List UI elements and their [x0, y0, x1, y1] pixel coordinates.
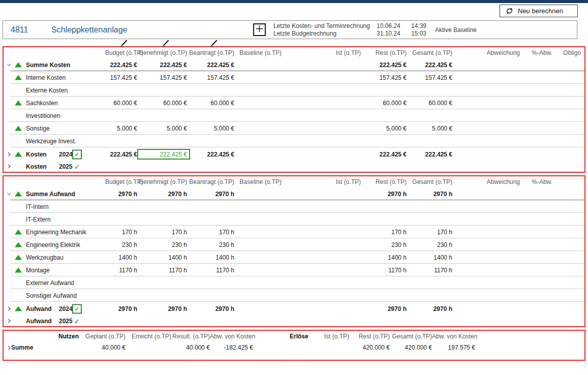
row-label: Sonstiger Aufwand — [26, 292, 77, 299]
chevron-right-icon[interactable] — [6, 163, 12, 170]
genehmigt-cell: 1170 h — [137, 267, 187, 274]
calc-info-labels: Letzte Kosten- und Terminrechnung Letzte… — [273, 22, 370, 38]
row-label-cell: Engineering Elektrik — [4, 238, 105, 251]
column-header-obligo: Obligo — [552, 49, 581, 56]
top-navy-bar — [0, 0, 588, 3]
last-cost-calc-label: Letzte Kosten- und Terminrechnung — [273, 22, 370, 30]
table-row: Kosten2024✓222.425 €222.425 €222.425 €22… — [4, 147, 584, 161]
aufwand-table: Budget (o.TP)Genehmigt (o.TP)Beantragt (… — [3, 175, 585, 327]
gesamt-cell: 170 h — [407, 229, 452, 236]
budget-cell: 222.425 € — [105, 151, 137, 158]
table-row: Investitionen — [4, 109, 584, 122]
genehmigt-value-input[interactable]: 222.425 € — [137, 149, 190, 160]
column-header-rest: Rest (o.TP) — [361, 49, 407, 56]
column-header-genehmigt: Genehmigt (o.TP) — [137, 49, 187, 56]
column-header-ist: Ist (o.TP) — [323, 333, 349, 340]
budget-cell: 60.000 € — [105, 100, 137, 107]
chevron-right-icon[interactable] — [6, 305, 12, 312]
column-header-gesamt: Gesamt (o.TP) — [390, 333, 432, 340]
expand-details-button[interactable] — [253, 23, 266, 36]
rest-cell: 170 h — [361, 229, 407, 236]
table-row: Externer Aufwand — [4, 276, 584, 289]
budget-cell: 170 h — [105, 229, 137, 236]
pen-icon[interactable] — [210, 40, 219, 47]
green-triangle-up-icon — [15, 62, 22, 67]
page: Neu berechnen 4811 Schleppkettenanlage L… — [0, 0, 588, 375]
row-label: Aufwand — [26, 318, 52, 325]
row-label: Summe — [11, 344, 33, 351]
chevron-down-icon[interactable] — [6, 61, 12, 68]
chevron-right-icon[interactable] — [6, 318, 12, 324]
abw-von-kosten-cell: -182.425 € — [210, 344, 253, 351]
project-header: 4811 Schleppkettenanlage Letzte Kosten- … — [3, 20, 577, 39]
table-row: Interne Kosten157.425 €157.425 €157.425 … — [4, 71, 584, 84]
row-label-cell: Interne Kosten — [4, 71, 105, 84]
year-checkbox[interactable]: ✓ — [72, 304, 82, 314]
column-header-baseline: Baseline (o.TP) — [234, 178, 282, 185]
genehmigt-cell: 1400 h — [137, 254, 187, 261]
row-label-cell: Engineering Mechanik — [4, 226, 105, 238]
pen-icon[interactable] — [162, 40, 170, 47]
beantragt-cell: 2970 h — [187, 305, 234, 312]
green-triangle-up-icon — [15, 191, 22, 196]
rest-cell: 1170 h — [361, 267, 407, 274]
table-row: Montage1170 h1170 h1170 h1170 h1170 h — [4, 264, 584, 276]
budget-cell: 1400 h — [105, 254, 137, 261]
column-header-erloese: Erlöse — [253, 333, 323, 340]
gesamt-cell: 222.425 € — [407, 61, 452, 69]
row-label-cell: Montage — [4, 264, 105, 276]
row-label-cell: Kosten2025✓ — [4, 161, 105, 172]
row-label-cell: Kosten2024✓ — [4, 147, 105, 161]
budget-cell: 157.425 € — [105, 74, 137, 81]
budget-cell: 230 h — [105, 241, 137, 248]
row-label-cell: Sachkosten — [4, 97, 105, 109]
plus-icon — [255, 24, 264, 36]
table-row: Aufwand2024✓2970 h2970 h2970 h2970 h2970… — [4, 302, 584, 316]
row-label: Sonstige — [26, 125, 50, 132]
table-row: Summe Kosten222.425 €222.425 €222.425 €2… — [4, 58, 584, 71]
column-header-ist: Ist (o.TP) — [282, 178, 361, 185]
green-triangle-up-icon — [15, 229, 22, 234]
row-label: Werkzeugbau — [26, 254, 64, 261]
last-budget-calc-time: 15:03 — [411, 30, 426, 38]
abw-von-kosten-2-cell: 197.575 € — [432, 344, 475, 351]
row-label-cell: Summe Aufwand — [4, 188, 105, 200]
gesamt-cell: 1170 h — [407, 267, 452, 274]
year-checkmark-icon[interactable]: ✓ — [74, 317, 80, 325]
column-header-ist: Ist (o.TP) — [282, 49, 361, 56]
table-header-row: Budget (o.TP)Genehmigt (o.TP)Beantragt (… — [4, 176, 584, 188]
column-header-rest: Rest (o.TP) — [349, 333, 390, 340]
last-budget-calc-date: 31.10.24 — [377, 30, 400, 38]
genehmigt-cell: 2970 h — [137, 191, 187, 198]
column-header-abweichung: Abweichung — [452, 178, 520, 185]
gesamt-cell: 5.000 € — [407, 125, 452, 132]
rest-cell: 222.425 € — [361, 61, 407, 69]
pen-icon[interactable] — [120, 40, 129, 47]
row-label-cell: Sonstige — [4, 122, 105, 135]
table-row: Sachkosten60.000 €60.000 €60.000 €60.000… — [4, 97, 584, 109]
row-label: Aufwand — [26, 305, 52, 312]
column-header-abw-von-kosten: Abw. von Kosten — [210, 333, 253, 340]
row-label: IT-Intern — [26, 203, 49, 210]
chevron-down-icon[interactable] — [6, 191, 12, 197]
column-header-abw-von-kosten-2: Abw. von Kosten — [432, 333, 475, 340]
chevron-right-icon[interactable] — [6, 151, 12, 158]
refresh-icon — [505, 7, 514, 15]
table-row: Kosten2025✓ — [4, 161, 584, 172]
green-triangle-up-icon — [15, 267, 22, 272]
table-row: Summe40.000 €40.000 €-182.425 €420.000 €… — [4, 341, 584, 354]
table-row: Summe Aufwand2970 h2970 h2970 h2970 h297… — [4, 188, 584, 200]
year-checkmark-icon[interactable]: ✓ — [74, 163, 80, 170]
green-triangle-up-icon — [15, 255, 22, 260]
row-label-cell: Werkzeuge Invest. — [4, 135, 105, 147]
column-header-label — [4, 47, 105, 58]
year-checkbox[interactable]: ✓ — [72, 149, 82, 159]
row-label: Kosten — [26, 163, 47, 170]
table-row: Sonstiger Aufwand — [4, 289, 584, 302]
recalculate-button[interactable]: Neu berechnen — [500, 5, 578, 17]
row-label-cell: Sonstiger Aufwand — [4, 289, 105, 302]
genehmigt-cell: 60.000 € — [137, 100, 187, 107]
column-header-gesamt: Gesamt (o.TP) — [407, 178, 452, 185]
column-header-gesamt: Gesamt (o.TP) — [407, 49, 452, 56]
row-label: Investitionen — [26, 112, 60, 119]
